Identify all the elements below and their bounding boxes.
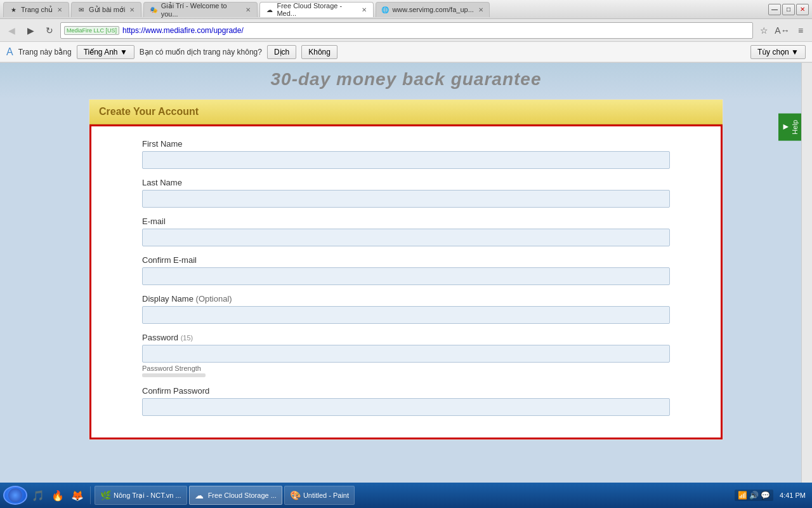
password-label: Password (15) [142, 333, 670, 342]
first-name-group: First Name [142, 139, 670, 169]
translate-nav-button[interactable]: A↔ [774, 22, 790, 39]
confirm-password-input[interactable] [142, 398, 670, 416]
create-account-section: Create Your Account First Name Last Name [89, 99, 723, 440]
password-strength-bar [142, 373, 206, 377]
tab-close-1[interactable]: ✕ [56, 6, 63, 13]
translate-bar: A Trang này bằng Tiếng Anh ▼ Bạn có muốn… [0, 42, 812, 62]
display-name-input[interactable] [142, 306, 670, 324]
title-bar: ★ Trang chủ ✕ ✉ Gửi bài mới ✕ 🎭 Giải Trí… [0, 0, 812, 19]
display-name-label: Display Name (Optional) [142, 294, 670, 304]
language-selector[interactable]: Tiếng Anh ▼ [77, 45, 134, 59]
help-tab[interactable]: ◀ Help [778, 114, 801, 141]
confirm-email-label: Confirm E-mail [142, 255, 670, 265]
password-input[interactable] [142, 345, 670, 363]
close-button[interactable]: ✕ [796, 4, 809, 15]
tab-title-1: Trang chủ [21, 6, 53, 14]
window-controls: — □ ✕ [768, 4, 809, 15]
tab-close-5[interactable]: ✕ [477, 6, 485, 13]
taskbar-app-free-cloud[interactable]: ☁ Free Cloud Storage ... [189, 486, 282, 505]
taskbar-app-icon-2: ☁ [195, 490, 205, 500]
reload-button[interactable]: ↻ [41, 22, 58, 39]
system-tray: 📶 🔊 💬 [735, 490, 773, 501]
last-name-label: Last Name [142, 178, 670, 187]
notification-icon: 💬 [761, 491, 770, 500]
options-button[interactable]: Tùy chọn ▼ [750, 45, 806, 59]
tab-favicon-3: 🎭 [149, 5, 157, 14]
tab-trang-chu[interactable]: ★ Trang chủ ✕ [3, 2, 69, 17]
email-group: E-mail [142, 217, 670, 246]
url-text: https://www.mediafire.com/upgrade/ [122, 26, 749, 35]
maximize-button[interactable]: □ [782, 4, 795, 15]
confirm-password-label: Confirm Password [142, 386, 670, 396]
confirm-email-group: Confirm E-mail [142, 255, 670, 285]
tab-gui-bai-moi[interactable]: ✉ Gửi bài mới ✕ [71, 2, 141, 17]
email-label: E-mail [142, 217, 670, 226]
tab-title-5: www.servimg.com/fa_up... [392, 6, 473, 13]
taskbar-icon-3[interactable]: 🦊 [69, 486, 86, 504]
tab-favicon-4: ☁ [265, 5, 273, 14]
language-name: Tiếng Anh [84, 48, 118, 57]
password-strength-label: Password Strength [142, 364, 670, 372]
start-button[interactable] [3, 486, 27, 505]
language-dropdown-arrow: ▼ [120, 48, 128, 57]
email-input[interactable] [142, 229, 670, 246]
tab-close-4[interactable]: ✕ [360, 6, 368, 13]
address-bar[interactable]: MediaFire LLC [US] https://www.mediafire… [60, 22, 753, 39]
nav-icons-right: ☆ A↔ ≡ [756, 22, 809, 39]
tab-favicon-5: 🌐 [381, 5, 389, 14]
taskbar-app-icon-1: 🌿 [100, 490, 110, 500]
display-name-group: Display Name (Optional) [142, 294, 670, 324]
translate-button[interactable]: Dịch [267, 45, 296, 59]
tab-bar: ★ Trang chủ ✕ ✉ Gửi bài mới ✕ 🎭 Giải Trí… [3, 2, 768, 17]
settings-button[interactable]: ≡ [792, 22, 809, 39]
translate-prompt-text: Bạn có muốn dịch trang này không? [140, 48, 262, 57]
network-icon: 📶 [738, 491, 747, 500]
password-count: (15) [181, 334, 193, 342]
system-clock: 4:41 PM [776, 490, 809, 501]
volume-icon: 🔊 [749, 491, 759, 500]
bookmark-button[interactable]: ☆ [756, 22, 772, 39]
translate-lang-label: Trang này bằng [18, 48, 72, 57]
minimize-button[interactable]: — [768, 4, 781, 15]
confirm-email-input[interactable] [142, 267, 670, 285]
money-back-heading: 30-day money back guarantee [13, 69, 799, 90]
tab-giai-tri[interactable]: 🎭 Giải Trí - Welcome to you... ✕ [143, 2, 258, 17]
last-name-group: Last Name [142, 178, 670, 208]
tab-close-3[interactable]: ✕ [244, 6, 252, 13]
registration-form: First Name Last Name E-mail [89, 124, 723, 439]
first-name-input[interactable] [142, 151, 670, 169]
forward-button[interactable]: ▶ [22, 22, 39, 39]
taskbar-app-title-1: Nông Trại - NCT.vn ... [114, 491, 181, 500]
page-header: 30-day money back guarantee [0, 63, 812, 99]
first-name-label: First Name [142, 139, 670, 149]
display-name-optional: (Optional) [196, 294, 232, 304]
last-name-input[interactable] [142, 190, 670, 208]
password-group: Password (15) Password Strength [142, 333, 670, 377]
help-tab-label: Help [791, 120, 799, 135]
confirm-password-group: Confirm Password [142, 386, 670, 416]
tab-free-cloud[interactable]: ☁ Free Cloud Storage - Med... ✕ [259, 2, 374, 17]
taskbar-right: 📶 🔊 💬 4:41 PM [735, 490, 809, 501]
taskbar-app-paint[interactable]: 🎨 Untitled - Paint [284, 486, 355, 505]
taskbar-icon-1[interactable]: 🎵 [29, 486, 47, 504]
tab-servimg[interactable]: 🌐 www.servimg.com/fa_up... ✕ [376, 2, 490, 17]
tab-close-2[interactable]: ✕ [128, 6, 136, 13]
tab-favicon-2: ✉ [77, 5, 86, 14]
browser-chrome: ★ Trang chủ ✕ ✉ Gửi bài mới ✕ 🎭 Giải Trí… [0, 0, 812, 63]
create-account-title: Create Your Account [99, 106, 199, 117]
tab-title-3: Giải Trí - Welcome to you... [161, 2, 242, 18]
create-account-header: Create Your Account [89, 100, 723, 124]
back-button[interactable]: ◀ [3, 22, 20, 39]
taskbar-icon-2[interactable]: 🔥 [49, 486, 67, 504]
clock-time: 4:41 PM [780, 491, 806, 499]
tab-title-4: Free Cloud Storage - Med... [277, 2, 357, 17]
taskbar-app-title-3: Untitled - Paint [303, 491, 349, 499]
translate-icon: A [6, 46, 13, 58]
page-scrollbar[interactable] [801, 63, 812, 483]
security-badge: MediaFire LLC [US] [64, 26, 119, 35]
help-tab-arrow: ◀ [781, 123, 789, 131]
no-translate-button[interactable]: Không [301, 45, 337, 59]
taskbar-app-nong-trai[interactable]: 🌿 Nông Trại - NCT.vn ... [95, 486, 187, 505]
taskbar-app-icon-3: 🎨 [290, 490, 300, 500]
start-button-inner [8, 488, 22, 502]
